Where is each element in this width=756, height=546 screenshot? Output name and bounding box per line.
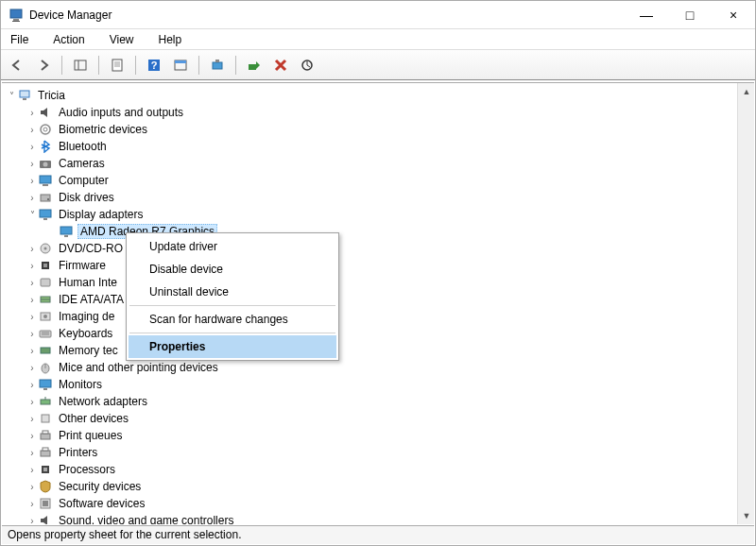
expand-icon[interactable]: › xyxy=(26,465,38,475)
expand-icon[interactable]: › xyxy=(26,380,38,390)
svg-rect-14 xyxy=(215,60,219,62)
expand-icon[interactable]: › xyxy=(26,312,38,322)
firmware-icon xyxy=(38,258,53,273)
tree-item[interactable]: ›Software devices xyxy=(2,495,737,512)
other-icon xyxy=(38,411,53,426)
forward-button[interactable] xyxy=(33,55,54,76)
expand-icon[interactable]: › xyxy=(26,244,38,254)
menu-view[interactable]: View xyxy=(104,31,140,48)
tree-item[interactable]: ›IDE ATA/ATA xyxy=(2,291,737,308)
expand-icon[interactable]: › xyxy=(26,125,38,135)
back-button[interactable] xyxy=(7,55,27,76)
ctx-scan-hardware[interactable]: Scan for hardware changes xyxy=(129,308,336,331)
ctx-separator xyxy=(129,305,335,306)
tree-item-amd-radeon[interactable]: AMD Radeon R7 Graphics xyxy=(2,223,737,240)
expand-icon[interactable]: › xyxy=(26,261,38,271)
tree-item[interactable]: ›Monitors xyxy=(2,376,737,393)
show-hide-tree-button[interactable] xyxy=(70,55,91,76)
tree-item[interactable]: ›DVD/CD-RO xyxy=(2,240,737,257)
svg-rect-29 xyxy=(60,227,72,234)
tree-item[interactable]: ›Memory tec xyxy=(2,342,737,359)
expand-icon[interactable]: › xyxy=(26,346,38,356)
tree-item[interactable]: ›Cameras xyxy=(2,155,737,172)
sound-icon xyxy=(38,513,53,524)
tree-item[interactable]: ›Disk drives xyxy=(2,189,737,206)
svg-rect-46 xyxy=(40,380,51,387)
tree-item[interactable]: ›Imaging de xyxy=(2,308,737,325)
window-title: Device Manager xyxy=(29,9,625,22)
item-label: Keyboards xyxy=(57,327,114,340)
svg-rect-30 xyxy=(64,235,68,237)
collapse-icon[interactable]: ˅ xyxy=(6,91,17,101)
close-button[interactable]: × xyxy=(712,1,755,29)
security-icon xyxy=(38,479,53,494)
scan-hardware-button[interactable] xyxy=(297,55,318,76)
collapse-icon[interactable]: ˅ xyxy=(26,210,38,220)
tree-item[interactable]: ›Computer xyxy=(2,172,737,189)
expand-icon[interactable]: › xyxy=(26,363,38,373)
action-button[interactable] xyxy=(170,55,191,76)
expand-icon[interactable]: › xyxy=(26,516,38,525)
tree-item[interactable]: ›Security devices xyxy=(2,478,737,495)
expand-icon[interactable]: › xyxy=(26,329,38,339)
svg-point-32 xyxy=(44,247,47,250)
expand-icon[interactable]: › xyxy=(26,176,38,186)
expand-icon[interactable]: › xyxy=(26,108,38,118)
expand-icon[interactable]: › xyxy=(26,159,38,169)
expand-icon[interactable]: › xyxy=(26,278,38,288)
tree-item[interactable]: ›Mice and other pointing devices xyxy=(2,359,737,376)
expand-icon[interactable]: › xyxy=(26,397,38,407)
tree-item[interactable]: ›Bluetooth xyxy=(2,138,737,155)
expand-icon[interactable]: › xyxy=(26,414,38,424)
monitor-icon xyxy=(38,377,53,392)
ctx-disable-device[interactable]: Disable device xyxy=(129,258,336,281)
ctx-update-driver[interactable]: Update driver xyxy=(129,235,336,258)
expand-icon[interactable]: › xyxy=(26,142,38,152)
menu-file[interactable]: File xyxy=(5,31,34,48)
svg-rect-0 xyxy=(10,9,22,18)
tree-item[interactable]: ›Firmware xyxy=(2,257,737,274)
expand-icon[interactable]: › xyxy=(26,295,38,305)
scroll-up-icon[interactable]: ▲ xyxy=(738,83,754,100)
menu-action[interactable]: Action xyxy=(47,31,90,48)
tree-item[interactable]: ›Network adapters xyxy=(2,393,737,410)
ctx-uninstall-device[interactable]: Uninstall device xyxy=(129,281,336,303)
tree-item[interactable]: ›Human Inte xyxy=(2,274,737,291)
properties-button[interactable] xyxy=(107,55,128,76)
toolbar-separator xyxy=(61,56,62,75)
tree-item-display-adapters[interactable]: ˅Display adapters xyxy=(2,206,737,223)
update-driver-button[interactable] xyxy=(207,55,228,76)
tree-root[interactable]: ˅ Tricia xyxy=(2,87,737,104)
expand-icon[interactable]: › xyxy=(26,482,38,492)
vertical-scrollbar[interactable]: ▲ ▼ xyxy=(737,83,754,524)
svg-rect-18 xyxy=(23,98,26,100)
menu-help[interactable]: Help xyxy=(153,31,188,48)
expand-icon[interactable]: › xyxy=(26,499,38,509)
tree-item[interactable]: ›Audio inputs and outputs xyxy=(2,104,737,121)
enable-button[interactable] xyxy=(244,55,265,76)
expand-icon[interactable]: › xyxy=(26,431,38,441)
svg-rect-51 xyxy=(41,434,50,439)
hid-icon xyxy=(38,275,53,290)
item-label: Bluetooth xyxy=(57,140,109,153)
tree-item[interactable]: ›Printers xyxy=(2,444,737,461)
help-button[interactable]: ? xyxy=(144,55,164,76)
tree-item[interactable]: ›Keyboards xyxy=(2,325,737,342)
ctx-properties[interactable]: Properties xyxy=(129,335,336,358)
scroll-down-icon[interactable]: ▼ xyxy=(738,507,754,524)
tree-item[interactable]: ›Other devices xyxy=(2,410,737,427)
expand-icon[interactable]: › xyxy=(26,193,38,203)
tree-item[interactable]: ›Processors xyxy=(2,461,737,478)
tree-item[interactable]: ›Print queues xyxy=(2,427,737,444)
maximize-button[interactable]: □ xyxy=(668,1,712,29)
minimize-button[interactable]: — xyxy=(625,1,668,29)
uninstall-button[interactable] xyxy=(270,55,291,76)
device-tree[interactable]: ˅ Tricia ›Audio inputs and outputs ›Biom… xyxy=(2,83,737,524)
tree-item[interactable]: ›Biometric devices xyxy=(2,121,737,138)
item-label: Security devices xyxy=(57,480,143,493)
svg-point-20 xyxy=(43,128,47,131)
svg-rect-5 xyxy=(112,60,122,71)
expand-icon[interactable]: › xyxy=(26,448,38,458)
tree-item[interactable]: ›Sound, video and game controllers xyxy=(2,512,737,524)
svg-point-22 xyxy=(43,162,48,167)
